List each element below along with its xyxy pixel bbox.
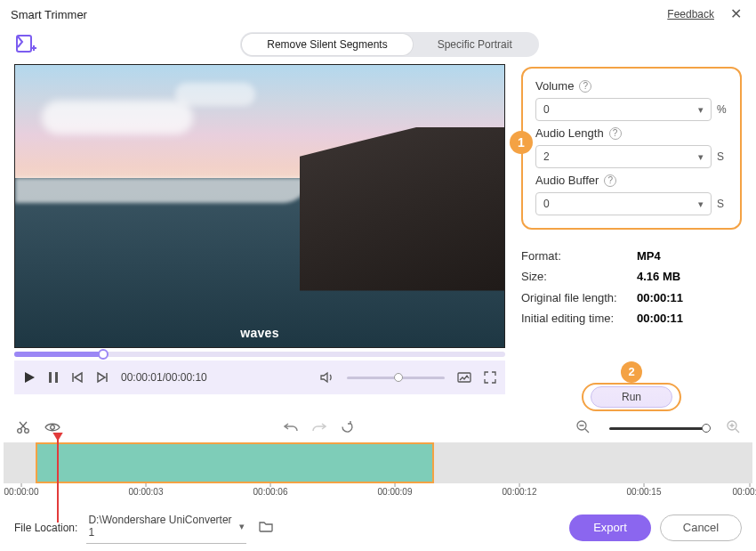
pause-icon[interactable] (48, 371, 59, 384)
volume-unit: % (717, 103, 728, 116)
mode-tabs: Remove Silent Segments Specific Portrait (37, 32, 742, 57)
reset-icon[interactable] (341, 420, 354, 436)
zoom-out-icon[interactable] (576, 420, 590, 436)
parameters-panel: 1 Volume? 0▾ % Audio Length? 2▾ S Audio … (521, 67, 742, 230)
video-preview[interactable]: waves (14, 64, 505, 348)
cut-icon[interactable] (16, 420, 30, 437)
chevron-down-icon: ▾ (698, 199, 704, 210)
redo-icon[interactable] (312, 421, 326, 436)
tick-label: 00:00:09 (378, 487, 413, 497)
tick-label: 00:00:12 (503, 487, 537, 497)
svg-point-6 (51, 425, 55, 429)
tick-label: 00:00:15 (627, 487, 662, 497)
file-location-label: File Location: (14, 522, 77, 534)
export-button[interactable]: Export (569, 515, 651, 541)
chevron-down-icon: ▾ (698, 104, 704, 116)
volume-label: Volume (535, 79, 574, 93)
audio-buffer-label: Audio Buffer (535, 174, 599, 187)
player-controls: 00:00:01/00:00:10 (14, 361, 505, 394)
clip-segment[interactable] (36, 442, 434, 483)
feedback-link[interactable]: Feedback (667, 8, 714, 20)
tick-label: 00:00:00 (4, 487, 39, 497)
buffer-unit: S (717, 198, 728, 210)
tab-remove-silent[interactable]: Remove Silent Segments (242, 34, 412, 55)
timeline-track[interactable] (4, 442, 752, 483)
run-highlight: Run (582, 383, 681, 411)
tick-label: 00:00:03 (129, 487, 164, 497)
help-icon[interactable]: ? (609, 127, 622, 140)
tab-specific-portrait[interactable]: Specific Portrait (413, 34, 537, 55)
help-icon[interactable]: ? (604, 174, 616, 187)
svg-rect-1 (49, 372, 52, 383)
time-ruler: 00:00:00 00:00:03 00:00:06 00:00:09 00:0… (4, 483, 752, 510)
video-caption: waves (240, 326, 279, 340)
svg-point-4 (18, 428, 22, 433)
timecode: 00:00:01/00:00:10 (121, 371, 207, 384)
fullscreen-icon[interactable] (484, 371, 496, 384)
audio-length-label: Audio Length (535, 126, 604, 140)
browse-folder-icon[interactable] (259, 520, 273, 535)
volume-slider[interactable] (347, 377, 445, 379)
undo-icon[interactable] (284, 421, 298, 436)
chevron-down-icon: ▾ (698, 151, 704, 163)
snapshot-icon[interactable] (457, 371, 471, 384)
chevron-down-icon: ▾ (239, 521, 245, 532)
seek-bar[interactable] (14, 352, 505, 357)
file-location-select[interactable]: D:\Wondershare UniConverter 1▾ (86, 511, 246, 544)
zoom-in-icon[interactable] (727, 420, 740, 436)
audio-length-select[interactable]: 2▾ (535, 145, 712, 168)
next-frame-icon[interactable] (96, 371, 109, 384)
close-icon[interactable]: ✕ (727, 5, 745, 23)
audio-buffer-select[interactable]: 0▾ (535, 192, 712, 215)
run-button[interactable]: Run (591, 386, 672, 408)
annotation-2-badge: 2 (621, 361, 642, 383)
annotation-1-badge: 1 (510, 131, 533, 154)
help-icon[interactable]: ? (579, 80, 591, 93)
tick-label: 00:00:06 (253, 487, 288, 497)
svg-point-5 (25, 428, 29, 433)
svg-rect-2 (55, 372, 58, 383)
tick-label: 00:00:18 (733, 487, 756, 497)
file-metadata: Format:MP4 Size:4.16 MB Original file le… (521, 246, 742, 329)
zoom-slider[interactable] (609, 427, 707, 430)
cancel-button[interactable]: Cancel (660, 515, 742, 541)
length-unit: S (717, 150, 728, 163)
add-media-icon[interactable] (14, 33, 37, 56)
app-title: Smart Trimmer (11, 8, 87, 21)
volume-select[interactable]: 0▾ (535, 98, 712, 121)
volume-icon[interactable] (320, 371, 334, 384)
play-icon[interactable] (23, 371, 36, 384)
prev-frame-icon[interactable] (71, 371, 84, 384)
